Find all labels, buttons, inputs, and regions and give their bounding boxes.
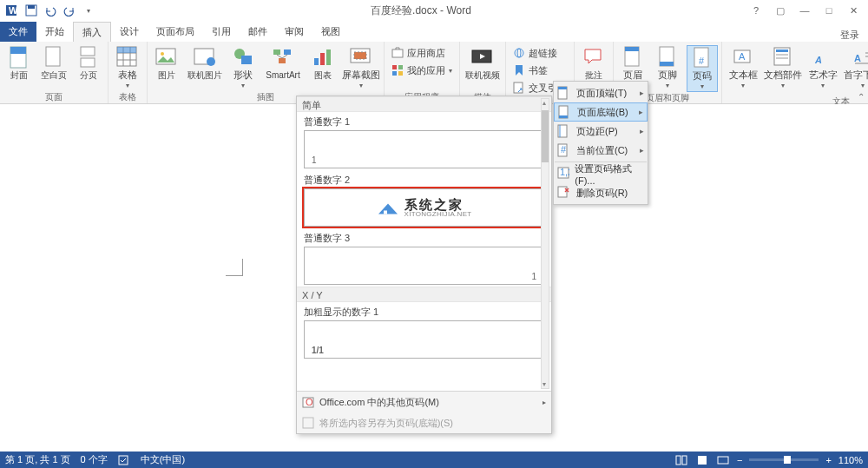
menu-item-bottom[interactable]: 页面底端(B)▸ <box>554 102 648 122</box>
tab-design[interactable]: 设计 <box>111 22 148 42</box>
comment-button[interactable]: 批注 <box>578 45 609 80</box>
svg-point-16 <box>161 52 164 56</box>
zoom-in-icon[interactable]: + <box>825 455 831 465</box>
page-break-button[interactable]: 分页 <box>73 45 104 80</box>
picture-button[interactable]: 图片 <box>151 45 182 80</box>
svg-point-37 <box>515 49 523 57</box>
page-number-button[interactable]: #页码▾ <box>687 45 718 92</box>
help-icon[interactable]: ? <box>745 2 767 19</box>
bookmark-button[interactable]: 书签 <box>510 63 570 78</box>
svg-rect-41 <box>625 47 639 51</box>
group-media: 联机视频 媒体 <box>460 42 506 103</box>
footer-button[interactable]: 页脚▾ <box>652 45 683 90</box>
svg-line-24 <box>277 55 282 58</box>
tab-layout[interactable]: 页面布局 <box>148 22 203 42</box>
ribbon-display-icon[interactable]: ▢ <box>769 2 792 19</box>
zoom-out-icon[interactable]: − <box>737 455 742 465</box>
maximize-icon[interactable]: □ <box>818 2 840 19</box>
svg-rect-33 <box>398 65 403 69</box>
tab-insert[interactable]: 插入 <box>73 22 111 42</box>
tab-review[interactable]: 审阅 <box>276 22 312 42</box>
collapse-ribbon-icon[interactable]: ⌃ <box>858 92 865 102</box>
menu-item-margin[interactable]: 页边距(P)▸ <box>554 122 648 141</box>
redo-icon[interactable] <box>61 2 78 19</box>
table-button[interactable]: 表格▾ <box>112 45 143 90</box>
online-picture-button[interactable]: 联机图片 <box>186 45 224 80</box>
svg-rect-49 <box>776 49 788 52</box>
menu-item-remove[interactable]: 删除页码(R) <box>554 183 648 202</box>
screenshot-button[interactable]: 屏幕截图▾ <box>342 45 380 90</box>
chart-button[interactable]: 图表 <box>307 45 339 80</box>
minimize-icon[interactable]: — <box>793 2 816 19</box>
gallery-option-plain-3[interactable]: 普通数字 3 1 <box>297 228 551 287</box>
online-video-button[interactable]: 联机视频 <box>464 45 502 80</box>
svg-rect-35 <box>398 71 403 76</box>
word-app-icon[interactable]: W <box>3 2 21 19</box>
quick-parts-button[interactable]: 文档部件▾ <box>764 45 802 90</box>
wordart-button[interactable]: A艺术字▾ <box>806 45 840 90</box>
svg-rect-7 <box>81 47 95 56</box>
svg-rect-14 <box>117 47 136 53</box>
my-apps-button[interactable]: 我的应用 ▾ <box>388 63 456 78</box>
view-read-icon[interactable] <box>674 454 688 466</box>
status-proofing-icon[interactable] <box>118 455 130 465</box>
quick-access-toolbar: W ▾ <box>0 2 97 19</box>
svg-rect-3 <box>28 5 35 9</box>
svg-rect-50 <box>776 54 788 56</box>
svg-text:#: # <box>699 56 705 66</box>
tab-view[interactable]: 视图 <box>312 22 349 42</box>
shapes-button[interactable]: 形状▾ <box>227 45 259 90</box>
smartart-button[interactable]: SmartArt <box>262 45 304 80</box>
svg-rect-78 <box>119 456 128 465</box>
gallery-scrollbar[interactable]: ▴ ▾ <box>541 98 549 389</box>
svg-point-38 <box>517 49 521 57</box>
menu-item-format[interactable]: 1,2设置页码格式(F)... <box>554 164 648 183</box>
gallery-option-plain-2[interactable]: 普通数字 2 系统之家XITONGZHIJIA.NET <box>297 170 551 228</box>
svg-rect-80 <box>682 456 687 465</box>
gallery-more-office[interactable]: OOffice.com 中的其他页码(M)▸ <box>297 392 551 412</box>
cover-page-button[interactable]: 封面 <box>3 45 35 80</box>
close-icon[interactable]: ✕ <box>842 2 865 19</box>
svg-text:A: A <box>739 51 746 62</box>
undo-icon[interactable] <box>42 2 59 19</box>
save-icon[interactable] <box>23 2 40 19</box>
gallery-category-xy: X / Y <box>297 287 551 302</box>
view-web-icon[interactable] <box>716 454 730 466</box>
app-store-button[interactable]: 应用商店 <box>388 45 456 61</box>
svg-text:A: A <box>854 53 861 63</box>
dropcap-button[interactable]: A首字下沉▾ <box>844 45 868 90</box>
zoom-level[interactable]: 110% <box>838 455 863 465</box>
group-text: A文本框▾ 文档部件▾ A艺术字▾ A首字下沉▾ 签名行 ▾ 日期和时间 对象 … <box>722 42 868 103</box>
svg-line-25 <box>282 55 287 58</box>
gallery-option-bold-1[interactable]: 加粗显示的数字 1 1/1 <box>297 302 551 360</box>
qat-customize-icon[interactable]: ▾ <box>80 2 97 19</box>
ribbon-tabs: 文件 开始 插入 设计 页面布局 引用 邮件 审阅 视图 登录 <box>0 21 868 42</box>
svg-point-18 <box>207 57 215 66</box>
svg-rect-27 <box>320 53 325 65</box>
svg-rect-28 <box>326 49 331 65</box>
textbox-button[interactable]: A文本框▾ <box>726 45 760 90</box>
menu-item-current[interactable]: #当前位置(C)▸ <box>554 141 648 160</box>
status-words[interactable]: 0 个字 <box>81 453 108 466</box>
gallery-option-plain-1[interactable]: 普通数字 1 1 <box>297 112 551 170</box>
svg-rect-39 <box>514 82 523 93</box>
svg-rect-6 <box>46 47 60 66</box>
tab-home[interactable]: 开始 <box>36 22 73 42</box>
status-page[interactable]: 第 1 页, 共 1 页 <box>5 453 70 466</box>
tab-references[interactable]: 引用 <box>203 22 240 42</box>
svg-rect-30 <box>354 52 366 59</box>
svg-rect-82 <box>718 457 728 464</box>
status-language[interactable]: 中文(中国) <box>141 453 185 466</box>
view-print-icon[interactable] <box>695 454 709 466</box>
group-tables: 表格▾ 表格 <box>108 42 148 103</box>
svg-rect-81 <box>698 456 707 465</box>
hyperlink-button[interactable]: 超链接 <box>510 45 570 61</box>
tab-file[interactable]: 文件 <box>0 22 36 42</box>
zoom-slider[interactable] <box>749 458 819 461</box>
blank-page-button[interactable]: 空白页 <box>38 45 69 80</box>
sign-in-link[interactable]: 登录 <box>840 29 868 42</box>
menu-item-top[interactable]: 页面顶端(T)▸ <box>554 83 648 102</box>
status-bar: 第 1 页, 共 1 页 0 个字 中文(中国) − + 110% <box>0 452 868 468</box>
svg-rect-8 <box>81 58 95 67</box>
tab-mailings[interactable]: 邮件 <box>240 22 276 42</box>
